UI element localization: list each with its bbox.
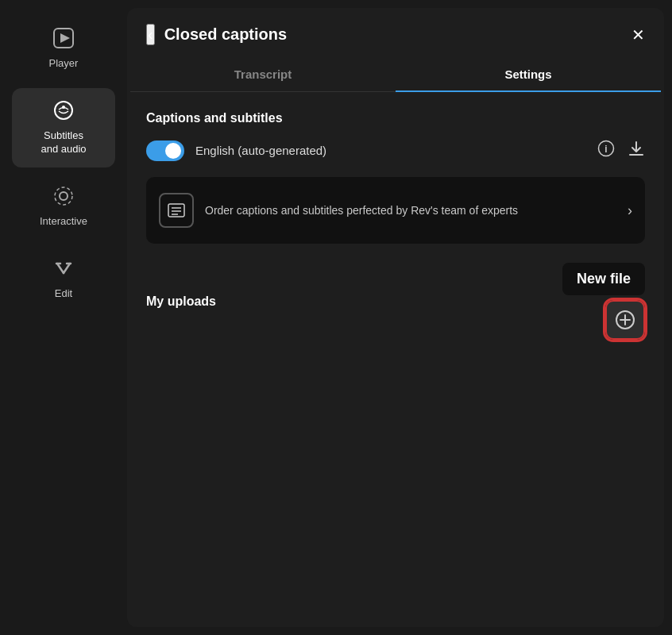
caption-label: English (auto-generated) (195, 144, 586, 157)
svg-line-7 (64, 264, 70, 273)
sidebar-item-player[interactable]: Player (12, 16, 115, 82)
panel-header-left: ‹ Closed captions (146, 24, 287, 45)
sidebar-item-subtitles[interactable]: Subtitlesand audio (12, 88, 115, 167)
captions-section-title: Captions and subtitles (146, 111, 645, 125)
tab-transcript[interactable]: Transcript (130, 58, 396, 92)
back-button[interactable]: ‹ (146, 24, 155, 45)
sidebar-item-player-label: Player (49, 57, 79, 71)
download-button[interactable] (628, 140, 645, 161)
svg-point-2 (55, 102, 72, 119)
main-panel: ‹ Closed captions ✕ Transcript Settings … (127, 8, 664, 627)
tabs: Transcript Settings (130, 58, 661, 92)
panel-title: Closed captions (164, 25, 287, 44)
svg-line-6 (57, 264, 64, 273)
sidebar-item-edit[interactable]: Edit (12, 246, 115, 312)
subtitles-icon (52, 99, 75, 125)
new-file-tooltip: New file (562, 263, 645, 295)
panel-header: ‹ Closed captions ✕ (127, 8, 664, 58)
sidebar-item-edit-label: Edit (55, 287, 72, 301)
sidebar: Player Subtitlesand audio Interactive (0, 0, 127, 635)
order-text: Order captions and subtitles perfected b… (205, 202, 616, 219)
sidebar-item-interactive-label: Interactive (40, 215, 87, 229)
edit-icon (52, 257, 75, 283)
svg-point-4 (60, 192, 68, 200)
interactive-icon (52, 185, 75, 210)
caption-row: English (auto-generated) i (146, 140, 645, 161)
order-box[interactable]: Order captions and subtitles perfected b… (146, 177, 645, 244)
player-icon (52, 27, 75, 52)
svg-marker-1 (60, 33, 70, 43)
caption-toggle[interactable] (146, 140, 184, 161)
svg-point-5 (55, 187, 72, 205)
sidebar-item-interactive[interactable]: Interactive (12, 174, 115, 240)
caption-actions: i (597, 140, 645, 161)
panel-content: Captions and subtitles English (auto-gen… (127, 92, 664, 627)
new-file-area: New file (562, 263, 645, 340)
uploads-title: My uploads (146, 294, 216, 309)
tab-settings[interactable]: Settings (396, 58, 661, 92)
sidebar-item-subtitles-label: Subtitlesand audio (41, 129, 86, 156)
uploads-row: My uploads New file (146, 263, 645, 340)
order-icon (159, 193, 194, 228)
toggle-knob (165, 143, 181, 159)
close-button[interactable]: ✕ (631, 27, 645, 43)
new-file-button[interactable] (605, 300, 645, 340)
svg-point-3 (62, 106, 65, 109)
order-arrow-icon: › (628, 202, 632, 219)
svg-text:i: i (604, 144, 607, 155)
info-button[interactable]: i (597, 140, 615, 161)
